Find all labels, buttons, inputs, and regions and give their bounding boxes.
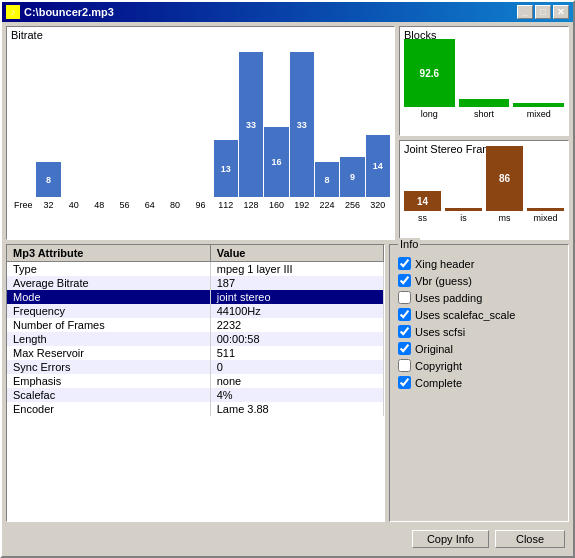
bar-x-label: 112 xyxy=(218,200,233,210)
info-section: Info Xing headerVbr (guess)Uses paddingU… xyxy=(389,244,569,522)
checkbox-uses-scfsi[interactable] xyxy=(398,325,411,338)
value-cell: 2232 xyxy=(210,318,383,332)
jstereo-bar xyxy=(445,208,482,211)
table-row: Average Bitrate187 xyxy=(7,276,384,290)
attribute-cell: Average Bitrate xyxy=(7,276,210,290)
jstereo-bar-group: 14ss xyxy=(404,191,441,223)
top-row: Bitrate Free8324048566480961311233128161… xyxy=(6,26,569,240)
window-icon: ♪ xyxy=(6,5,20,19)
jstereo-section: Joint Stereo Frames 14ssis86msmixed xyxy=(399,140,569,240)
blocks-section: Blocks 92.6longshortmixed xyxy=(399,26,569,136)
bar-group: 832 xyxy=(36,43,60,197)
bar-group: Free xyxy=(11,43,35,197)
checkbox-row: Uses scfsi xyxy=(398,323,560,340)
jstereo-bar: 86 xyxy=(486,146,523,211)
jstereo-bar-label: ss xyxy=(418,213,427,223)
attribute-cell: Number of Frames xyxy=(7,318,210,332)
info-label: Info xyxy=(398,238,420,250)
bar: 16 xyxy=(264,127,288,197)
bar-x-label: 192 xyxy=(294,200,309,210)
bar-group: 56 xyxy=(112,43,136,197)
value-cell: 187 xyxy=(210,276,383,290)
attribute-cell: Sync Errors xyxy=(7,360,210,374)
bar: 14 xyxy=(366,135,390,197)
main-content: Bitrate Free8324048566480961311233128161… xyxy=(2,22,573,556)
value-cell: Lame 3.88 xyxy=(210,402,383,416)
checkbox-row: Uses scalefac_scale xyxy=(398,306,560,323)
value-cell: 4% xyxy=(210,388,383,402)
attribute-cell: Length xyxy=(7,332,210,346)
bar-group: 13112 xyxy=(214,43,238,197)
checkbox-uses-padding[interactable] xyxy=(398,291,411,304)
bar: 13 xyxy=(214,140,238,197)
main-window: ♪ C:\bouncer2.mp3 _ □ ✕ Bitrate Free8324… xyxy=(0,0,575,558)
attribute-cell: Scalefac xyxy=(7,388,210,402)
checkbox-copyright[interactable] xyxy=(398,359,411,372)
bar-x-label: 56 xyxy=(119,200,129,210)
table-row: Typempeg 1 layer III xyxy=(7,262,384,277)
checkboxes-container: Xing headerVbr (guess)Uses paddingUses s… xyxy=(398,255,560,391)
table-row: Emphasisnone xyxy=(7,374,384,388)
attribute-table-section: Mp3 Attribute Value Typempeg 1 layer III… xyxy=(6,244,385,522)
bar-group: 80 xyxy=(163,43,187,197)
bar-x-label: 40 xyxy=(69,200,79,210)
value-cell: none xyxy=(210,374,383,388)
checkbox-label: Xing header xyxy=(415,258,474,270)
bitrate-chart: Free832404856648096131123312816160331928… xyxy=(11,43,390,213)
checkbox-original[interactable] xyxy=(398,342,411,355)
bar-group: 96 xyxy=(188,43,212,197)
bar-x-label: 320 xyxy=(370,200,385,210)
value-cell: 0 xyxy=(210,360,383,374)
copy-info-button[interactable]: Copy Info xyxy=(412,530,489,548)
checkbox-complete[interactable] xyxy=(398,376,411,389)
bar: 9 xyxy=(340,157,364,197)
jstereo-label: Joint Stereo Frames xyxy=(404,143,564,155)
block-bar-group: 92.6long xyxy=(404,39,455,119)
bar-group: 33192 xyxy=(290,43,314,197)
col-value: Value xyxy=(210,245,383,262)
bar-x-label: 160 xyxy=(269,200,284,210)
bar-group: 33128 xyxy=(239,43,263,197)
checkbox-label: Vbr (guess) xyxy=(415,275,472,287)
table-row: Scalefac4% xyxy=(7,388,384,402)
col-attribute: Mp3 Attribute xyxy=(7,245,210,262)
bar-group: 48 xyxy=(87,43,111,197)
close-button-main[interactable]: Close xyxy=(495,530,565,548)
checkbox-xing-header[interactable] xyxy=(398,257,411,270)
checkbox-vbr-(guess)[interactable] xyxy=(398,274,411,287)
checkbox-label: Original xyxy=(415,343,453,355)
close-button[interactable]: ✕ xyxy=(553,5,569,19)
bar: 8 xyxy=(315,162,339,197)
value-cell: 00:00:58 xyxy=(210,332,383,346)
table-row: Length00:00:58 xyxy=(7,332,384,346)
maximize-button[interactable]: □ xyxy=(535,5,551,19)
info-box: Info Xing headerVbr (guess)Uses paddingU… xyxy=(389,244,569,522)
checkbox-uses-scalefac_scale[interactable] xyxy=(398,308,411,321)
bar: 8 xyxy=(36,162,60,197)
block-bar xyxy=(459,99,510,107)
checkbox-row: Vbr (guess) xyxy=(398,272,560,289)
bar-x-label: 32 xyxy=(43,200,53,210)
title-bar: ♪ C:\bouncer2.mp3 _ □ ✕ xyxy=(2,2,573,22)
jstereo-bar-label: is xyxy=(460,213,467,223)
right-panels: Blocks 92.6longshortmixed Joint Stereo F… xyxy=(399,26,569,240)
bar-x-label: 80 xyxy=(170,200,180,210)
checkbox-row: Complete xyxy=(398,374,560,391)
table-row: Modejoint stereo xyxy=(7,290,384,304)
bar-x-label: 96 xyxy=(195,200,205,210)
block-bar-label: long xyxy=(421,109,438,119)
block-bar: 92.6 xyxy=(404,39,455,107)
attribute-cell: Max Reservoir xyxy=(7,346,210,360)
checkbox-label: Uses scfsi xyxy=(415,326,465,338)
bar-group: 40 xyxy=(62,43,86,197)
title-buttons: _ □ ✕ xyxy=(517,5,569,19)
button-row: Copy Info Close xyxy=(6,526,569,552)
jstereo-chart: 14ssis86msmixed xyxy=(404,157,564,237)
bar-x-label: 224 xyxy=(320,200,335,210)
block-bar-label: short xyxy=(474,109,494,119)
minimize-button[interactable]: _ xyxy=(517,5,533,19)
attribute-cell: Type xyxy=(7,262,210,277)
jstereo-bar-label: mixed xyxy=(533,213,557,223)
bottom-row: Mp3 Attribute Value Typempeg 1 layer III… xyxy=(6,244,569,522)
bar-group: 8224 xyxy=(315,43,339,197)
